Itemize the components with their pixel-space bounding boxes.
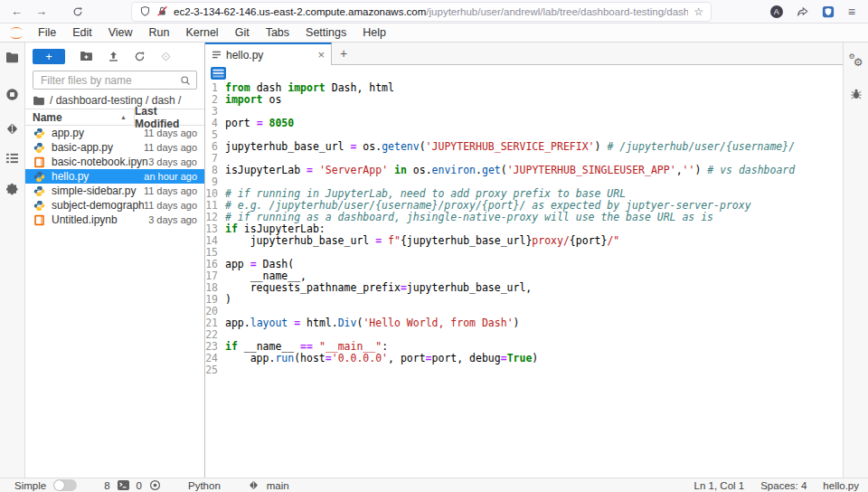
file-row-basic-notebook-ipynb[interactable]: basic-notebook.ipynb3 days ago xyxy=(25,155,204,169)
tab-label: hello.py xyxy=(226,49,263,62)
code-line[interactable]: 4port = 8050 xyxy=(205,118,843,129)
line-content: port = 8050 xyxy=(225,118,294,129)
share-icon[interactable] xyxy=(797,5,808,17)
notebook-file-icon xyxy=(33,156,46,168)
git-push-icon xyxy=(160,51,172,62)
menu-kernel[interactable]: Kernel xyxy=(178,26,227,39)
table-of-contents-icon[interactable] xyxy=(5,153,19,164)
code-line[interactable]: 19) xyxy=(205,294,843,306)
property-inspector-icon[interactable]: ⚙ ⚙ xyxy=(849,53,863,68)
file-name: simple-sidebar.py xyxy=(52,184,144,197)
filter-files-input[interactable] xyxy=(39,73,180,88)
git-branch-icon xyxy=(248,479,259,491)
file-name: app.py xyxy=(52,127,144,139)
code-lines: 1from dash import Dash, html2import os34… xyxy=(205,82,843,376)
code-line[interactable]: 25 xyxy=(205,364,843,376)
terminal-icon[interactable] xyxy=(118,480,129,490)
file-modified: 11 days ago xyxy=(144,185,204,196)
file-row-untitled-ipynb[interactable]: Untitled.ipynb3 days ago xyxy=(25,213,204,227)
kernels-count[interactable]: 0 xyxy=(137,480,142,491)
browser-nav: ← → xyxy=(11,5,83,17)
file-row-hello-py[interactable]: hello.pyan hour ago xyxy=(25,169,204,184)
tracking-shield-icon[interactable] xyxy=(139,5,151,17)
new-folder-icon[interactable] xyxy=(80,51,93,62)
git-icon[interactable] xyxy=(5,122,19,136)
file-row-basic-app-py[interactable]: basic-app.py11 days ago xyxy=(25,140,204,155)
kernel-name[interactable]: Python xyxy=(188,480,221,491)
indentation-setting[interactable]: Spaces: 4 xyxy=(760,480,807,491)
file-name: hello.py xyxy=(52,170,144,183)
line-content: import os xyxy=(225,94,281,106)
code-line[interactable]: 21app.layout = html.Div('Hello World, fr… xyxy=(205,317,843,329)
menu-edit[interactable]: Edit xyxy=(64,26,100,39)
file-modified: an hour ago xyxy=(144,171,204,182)
code-line[interactable]: 18 requests_pathname_prefix=jupyterhub_b… xyxy=(205,282,843,294)
refresh-icon[interactable] xyxy=(134,51,146,62)
search-icon xyxy=(180,75,191,86)
kernel-status-icon[interactable] xyxy=(149,479,161,491)
line-content: app.layout = html.Div('Hello World, from… xyxy=(225,317,520,329)
back-icon[interactable]: ← xyxy=(11,5,23,17)
code-line[interactable]: 14 jupyterhub_base_url = f"{jupyterhub_b… xyxy=(205,235,843,247)
menu-settings[interactable]: Settings xyxy=(297,26,354,39)
terminals-count[interactable]: 8 xyxy=(104,480,109,491)
menu-tabs[interactable]: Tabs xyxy=(258,26,297,39)
new-tab-button[interactable]: + xyxy=(332,43,355,64)
line-number: 25 xyxy=(205,364,225,376)
code-editor[interactable]: 1from dash import Dash, html2import os34… xyxy=(205,81,843,478)
url-host: ec2-3-134-62-146.us-east-2.compute.amazo… xyxy=(174,6,426,17)
extension-manager-icon[interactable] xyxy=(5,183,19,196)
file-row-simple-sidebar-py[interactable]: simple-sidebar.py11 days ago xyxy=(25,184,204,198)
menu-hamburger-icon[interactable]: ≡ xyxy=(848,5,855,18)
file-name: basic-app.py xyxy=(52,141,144,154)
code-line[interactable]: 8isJupyterLab = 'ServerApp' in os.enviro… xyxy=(205,165,843,176)
new-launcher-button[interactable]: + xyxy=(33,49,65,64)
column-header-modified[interactable]: Last Modified xyxy=(134,109,204,125)
menu-view[interactable]: View xyxy=(100,26,141,39)
file-modified: 3 days ago xyxy=(148,214,204,225)
line-content: app.run(host='0.0.0.0', port=port, debug… xyxy=(225,353,538,364)
menu-help[interactable]: Help xyxy=(354,26,394,39)
code-line[interactable]: 2import os xyxy=(205,94,843,106)
cursor-position[interactable]: Ln 1, Col 1 xyxy=(694,480,745,491)
git-branch-name[interactable]: main xyxy=(267,480,289,491)
menubar-items: FileEditViewRunKernelGitTabsSettingsHelp xyxy=(30,26,394,39)
file-browser-icon[interactable] xyxy=(5,52,19,63)
sort-ascending-icon: ▲ xyxy=(120,114,127,120)
jupyterlab-menubar: FileEditViewRunKernelGitTabsSettingsHelp xyxy=(0,24,868,43)
tab-close-icon[interactable]: × xyxy=(317,49,325,61)
insecure-lock-icon[interactable] xyxy=(156,5,168,17)
forward-icon[interactable]: → xyxy=(35,5,47,17)
file-browser-toolbar: + xyxy=(25,43,204,67)
extension-shield-icon[interactable] xyxy=(822,5,835,18)
python-file-icon xyxy=(33,185,46,197)
code-line[interactable]: 3 xyxy=(205,106,843,118)
file-name: subject-demographi... xyxy=(52,199,144,212)
notebook-file-icon xyxy=(33,214,46,226)
code-line[interactable]: 24 app.run(host='0.0.0.0', port=port, de… xyxy=(205,353,843,364)
bookmark-star-icon[interactable]: ☆ xyxy=(693,5,703,18)
file-text-icon xyxy=(212,50,222,60)
line-content: isJupyterLab = 'ServerApp' in os.environ… xyxy=(225,165,795,176)
debugger-bug-icon[interactable] xyxy=(850,88,863,100)
code-line[interactable]: 1from dash import Dash, html xyxy=(205,82,843,94)
simple-mode-toggle[interactable] xyxy=(53,479,77,491)
code-line[interactable]: 15 xyxy=(205,247,843,259)
menu-git[interactable]: Git xyxy=(227,26,258,39)
home-folder-icon[interactable] xyxy=(33,96,45,106)
dashboard-preview-icon[interactable] xyxy=(211,67,226,80)
file-row-app-py[interactable]: app.py11 days ago xyxy=(25,126,204,140)
menu-file[interactable]: File xyxy=(30,26,64,39)
upload-icon[interactable] xyxy=(108,51,119,62)
menu-run[interactable]: Run xyxy=(141,26,178,39)
running-kernels-icon[interactable] xyxy=(5,88,19,101)
url-bar[interactable]: ec2-3-134-62-146.us-east-2.compute.amazo… xyxy=(132,3,711,21)
editor-area: hello.py × + 1from dash import Dash, htm… xyxy=(205,43,843,478)
code-line[interactable]: 6jupyterhub_base_url = os.getenv('JUPYTE… xyxy=(205,141,843,153)
column-header-name[interactable]: Name ▲ xyxy=(25,109,134,125)
reload-icon[interactable] xyxy=(72,6,83,17)
file-row-subject-demographi-[interactable]: subject-demographi...11 days ago xyxy=(25,198,204,213)
tab-hello-py[interactable]: hello.py × xyxy=(205,43,332,65)
account-avatar[interactable]: A xyxy=(770,5,783,18)
file-modified: 3 days ago xyxy=(148,156,204,167)
